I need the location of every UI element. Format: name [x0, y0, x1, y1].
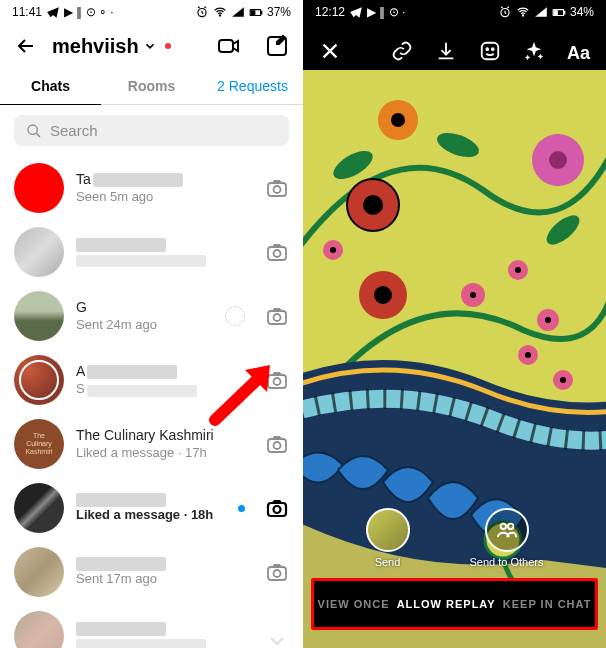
- svg-point-1: [219, 15, 220, 16]
- camera-icon[interactable]: [265, 496, 289, 520]
- sticker-button[interactable]: [479, 40, 501, 66]
- battery-pct: 37%: [267, 5, 291, 19]
- video-call-button[interactable]: [217, 34, 241, 58]
- mode-keep-in-chat[interactable]: KEEP IN CHAT: [503, 598, 592, 610]
- svg-point-19: [274, 506, 281, 513]
- avatar: [14, 547, 64, 597]
- battery-icon: [249, 5, 263, 19]
- svg-rect-25: [564, 11, 565, 13]
- status-time: 11:41: [12, 5, 42, 19]
- signal-icon: [534, 5, 548, 19]
- chat-row[interactable]: A S: [0, 348, 303, 412]
- alarm-icon: [498, 5, 512, 19]
- close-button[interactable]: [319, 40, 341, 66]
- chat-subtitle: Liked a message · 17h: [76, 445, 253, 462]
- chat-subtitle: [76, 255, 206, 267]
- svg-rect-3: [261, 11, 262, 13]
- svg-rect-10: [268, 247, 286, 260]
- svg-rect-27: [482, 43, 499, 60]
- status-bar: 11:41 ▶ ‖ ⊙ ∘ · 37%: [0, 0, 303, 24]
- svg-point-40: [374, 286, 392, 304]
- dm-tabs: Chats Rooms 2 Requests: [0, 68, 303, 105]
- send-to-others[interactable]: Send to Others: [470, 508, 544, 568]
- sticker-icon: [479, 40, 501, 62]
- svg-point-51: [545, 317, 551, 323]
- avatar: TheCulinaryKashmiri: [14, 419, 64, 469]
- search-placeholder: Search: [50, 122, 98, 139]
- svg-rect-26: [554, 11, 557, 14]
- chat-row[interactable]: G Sent 24m ago: [0, 284, 303, 348]
- wifi-icon: [213, 5, 227, 19]
- telegram-icon: [349, 5, 363, 19]
- mode-view-once[interactable]: VIEW ONCE: [318, 598, 390, 610]
- tab-chats[interactable]: Chats: [0, 68, 101, 104]
- svg-point-13: [274, 314, 281, 321]
- effects-button[interactable]: [523, 40, 545, 66]
- svg-point-17: [274, 442, 281, 449]
- chat-subtitle: Liked a message · 18h: [76, 507, 226, 524]
- search-input[interactable]: Search: [14, 115, 289, 146]
- camera-icon[interactable]: [265, 304, 289, 328]
- camera-icon[interactable]: [265, 240, 289, 264]
- status-bar: 12:12 ▶ ‖ ⊙ · 34%: [303, 0, 606, 24]
- chat-row[interactable]: [0, 604, 303, 648]
- avatar: [14, 611, 64, 648]
- tab-requests[interactable]: 2 Requests: [202, 68, 303, 104]
- unread-dot: [238, 505, 245, 512]
- account-switcher[interactable]: mehviish: [52, 35, 171, 58]
- link-button[interactable]: [391, 40, 413, 66]
- telegram-icon: [46, 5, 60, 19]
- chat-name: G: [76, 298, 213, 316]
- chat-subtitle: Sent 24m ago: [76, 317, 213, 334]
- svg-point-28: [486, 48, 488, 50]
- chat-name: A: [76, 362, 85, 380]
- svg-rect-8: [268, 183, 286, 196]
- alarm-icon: [195, 5, 209, 19]
- svg-point-57: [507, 524, 513, 530]
- svg-point-50: [515, 267, 521, 273]
- status-dots: ▶ ‖ ⊙ ∘ ·: [64, 5, 114, 19]
- svg-point-15: [274, 378, 281, 385]
- dm-list-screen: 11:41 ▶ ‖ ⊙ ∘ · 37% mehviish Chats: [0, 0, 303, 648]
- svg-point-23: [522, 15, 523, 16]
- svg-point-11: [274, 250, 281, 257]
- svg-point-42: [549, 151, 567, 169]
- chat-row[interactable]: Ta Seen 5m ago: [0, 156, 303, 220]
- signal-icon: [231, 5, 245, 19]
- chat-row[interactable]: Sent 17m ago: [0, 540, 303, 604]
- svg-rect-4: [251, 11, 255, 14]
- chat-name: Ta: [76, 170, 91, 188]
- chat-name: [76, 493, 166, 507]
- chat-name: [76, 557, 166, 571]
- save-button[interactable]: [435, 40, 457, 66]
- text-tool-button[interactable]: Aa: [567, 43, 590, 64]
- chevron-down-icon: [143, 39, 157, 53]
- camera-icon[interactable]: [265, 560, 289, 584]
- mode-allow-replay[interactable]: ALLOW REPLAY: [397, 598, 496, 610]
- svg-point-36: [363, 195, 383, 215]
- search-icon: [26, 123, 42, 139]
- avatar: [14, 227, 64, 277]
- view-mode-bar: VIEW ONCE ALLOW REPLAY KEEP IN CHAT: [311, 578, 598, 630]
- chat-row[interactable]: [0, 220, 303, 284]
- compose-button[interactable]: [265, 34, 289, 58]
- chat-list[interactable]: Ta Seen 5m ago G Sent 24m ago: [0, 156, 303, 648]
- tab-rooms[interactable]: Rooms: [101, 68, 202, 104]
- chat-row[interactable]: Liked a message · 18h: [0, 476, 303, 540]
- camera-icon[interactable]: [265, 624, 289, 648]
- camera-icon[interactable]: [265, 368, 289, 392]
- chat-subtitle: [76, 639, 206, 649]
- avatar: [14, 355, 64, 405]
- send-to-contact[interactable]: Send: [366, 508, 410, 568]
- target-label: Send to Others: [470, 556, 544, 568]
- chat-name: [76, 622, 166, 636]
- send-targets: Send Send to Others: [303, 508, 606, 568]
- chat-subtitle: S: [76, 381, 85, 398]
- back-button[interactable]: [14, 34, 38, 58]
- chat-row[interactable]: TheCulinaryKashmiri The Culinary Kashmir…: [0, 412, 303, 476]
- camera-icon[interactable]: [265, 432, 289, 456]
- camera-icon[interactable]: [265, 176, 289, 200]
- svg-point-21: [274, 570, 281, 577]
- editor-toolbar: Aa: [303, 40, 606, 66]
- username-label: mehviish: [52, 35, 139, 58]
